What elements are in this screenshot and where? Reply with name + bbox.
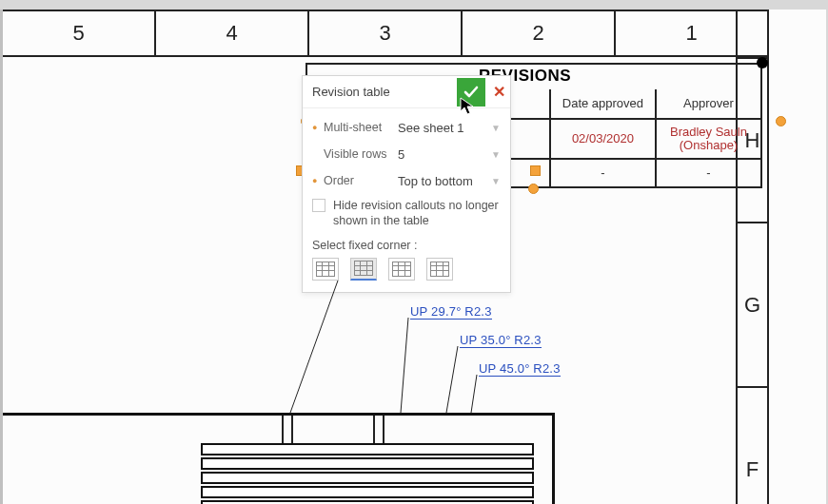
row-blank <box>738 11 767 59</box>
corner-top-right[interactable] <box>350 258 377 281</box>
order-label: Order <box>324 174 398 187</box>
svg-line-2 <box>471 375 477 413</box>
dim-2[interactable]: UP 35.0° R2.3 <box>460 333 542 348</box>
corner-bottom-left[interactable] <box>388 258 415 281</box>
selection-handle-right[interactable] <box>776 116 786 126</box>
cancel-button[interactable]: ✕ <box>487 78 510 107</box>
svg-line-0 <box>401 318 408 413</box>
selection-handle-sq-mid[interactable] <box>530 165 541 176</box>
col-4: 4 <box>156 11 309 55</box>
col-5: 5 <box>3 11 156 55</box>
rev-h-approver: Approver <box>657 89 760 118</box>
accept-button[interactable] <box>457 78 485 107</box>
hide-callouts-checkbox[interactable] <box>312 199 325 212</box>
panel-title: Revision table <box>303 85 457 99</box>
visible-rows-label: Visible rows <box>324 147 398 161</box>
revision-table-panel: Revision table ✕ ● Multi-sheet See sheet… <box>302 75 511 293</box>
row-F: F <box>738 388 767 504</box>
order-dropdown[interactable]: Top to bottom▼ <box>398 174 501 188</box>
part-stack <box>201 443 534 504</box>
fixed-corner-label: Select fixed corner : <box>312 239 501 252</box>
svg-line-1 <box>446 346 458 413</box>
multi-sheet-dropdown[interactable]: See sheet 1▼ <box>398 121 501 135</box>
selection-anchor-dot[interactable] <box>757 57 768 68</box>
svg-line-3 <box>290 281 338 413</box>
visible-rows-dropdown[interactable]: 5▼ <box>398 147 501 162</box>
dim-1[interactable]: UP 29.7° R2.3 <box>410 304 492 320</box>
rev-h-date: Date approved <box>551 89 657 118</box>
selection-handle-bottom[interactable] <box>528 184 539 194</box>
corner-top-left[interactable] <box>312 258 339 281</box>
row-G: G <box>738 223 767 388</box>
dim-3[interactable]: UP 45.0° R2.3 <box>479 361 561 377</box>
corner-bottom-right[interactable] <box>426 258 453 281</box>
col-2: 2 <box>463 11 616 55</box>
hide-callouts-label: Hide revision callouts no longer shown i… <box>333 198 501 229</box>
multi-sheet-label: Multi-sheet <box>324 121 398 134</box>
col-3: 3 <box>309 11 463 55</box>
drawing-canvas[interactable]: 5 4 3 2 1 H G F REVISIONS Zone Rev Descr… <box>0 10 826 504</box>
column-header-bar: 5 4 3 2 1 <box>3 10 769 57</box>
